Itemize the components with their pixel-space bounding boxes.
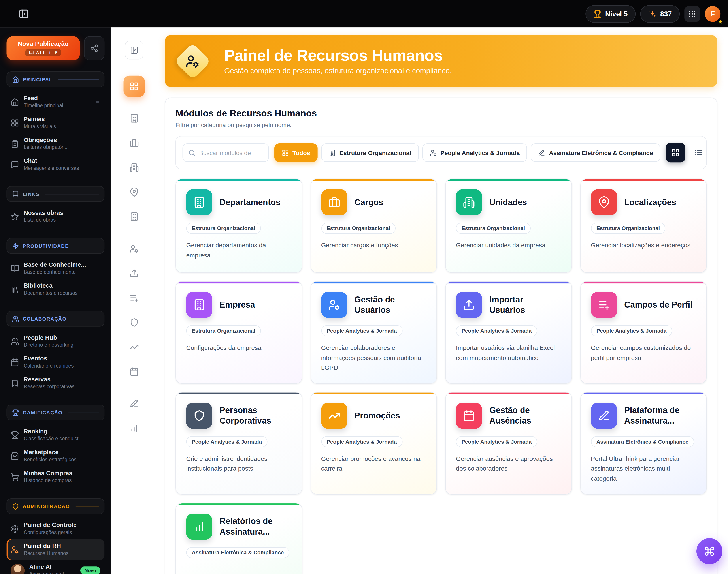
grid-icon <box>282 149 289 156</box>
sidebar-item-people-hub[interactable]: People Hub Diretório e networking <box>6 331 105 352</box>
pen-icon <box>538 149 545 156</box>
rail-item-overview[interactable] <box>123 76 145 97</box>
rail-item-empresa[interactable] <box>125 207 144 226</box>
filter-chip-people-analytics[interactable]: People Analytics & Jornada <box>422 144 527 162</box>
card-title: Unidades <box>489 197 527 207</box>
module-card-empresa[interactable]: Empresa Estrutura Organizacional Configu… <box>176 281 302 384</box>
rail-item-relatorios[interactable] <box>125 419 144 438</box>
module-card-promocoes[interactable]: Promoções People Analytics & Jornada Ger… <box>310 392 437 494</box>
quick-actions-fab[interactable] <box>696 538 723 564</box>
command-icon <box>704 545 715 557</box>
module-card-relatorios-de-assinatura[interactable]: Relatórios de Assinatura... Assinatura E… <box>176 503 302 574</box>
sidebar-item-biblioteca[interactable]: Biblioteca Documentos e recursos <box>6 279 105 300</box>
rail-item-unidades[interactable] <box>125 158 144 177</box>
item-title: Base de Conhecime... <box>24 261 86 269</box>
module-card-unidades[interactable]: Unidades Estrutura Organizacional Gerenc… <box>445 179 572 273</box>
module-card-cargos[interactable]: Cargos Estrutura Organizacional Gerencia… <box>310 179 437 273</box>
rail-item-departamentos[interactable] <box>125 109 144 127</box>
rail-item-gestao-usuarios[interactable] <box>125 239 144 258</box>
rail-item-assinatura[interactable] <box>125 395 144 413</box>
sidebar-item-aline-ai[interactable]: Aline AI Assistente Intel... Novo <box>6 560 105 574</box>
category-badge: Estrutura Organizacional <box>186 325 261 336</box>
sidebar-item-base-conhecimento[interactable]: Base de Conhecime... Base de conheciment… <box>6 258 105 279</box>
module-card-gestao-de-usuarios[interactable]: Gestão de Usuários People Analytics & Jo… <box>310 281 437 384</box>
level-badge[interactable]: Nível 5 <box>585 5 636 23</box>
topbar-right: Nível 5 837 F ★ <box>585 5 721 23</box>
shield-icon <box>129 318 139 327</box>
sidebar-item-eventos[interactable]: Eventos Calendário e reuniões <box>6 352 105 373</box>
sidebar-item-painel-de-controle[interactable]: Painel de Controle Configurações gerais <box>6 518 105 539</box>
filter-chip-estrutura-organizacional[interactable]: Estrutura Organizacional <box>321 144 419 162</box>
chat-bubble-icon <box>11 160 19 169</box>
sidebar-item-minhas-compras[interactable]: Minhas Compras Histórico de compras <box>6 466 105 487</box>
share-nodes-icon <box>90 44 99 52</box>
chip-label: Estrutura Organizacional <box>340 149 411 156</box>
rail-collapse-button[interactable] <box>125 41 144 59</box>
rail-item-importar-usuarios[interactable] <box>125 264 144 283</box>
workflow-button[interactable] <box>84 36 105 60</box>
item-title: Obrigações <box>24 136 69 144</box>
sidebar-item-painel-do-rh[interactable]: Painel do RH Recursos Humanos <box>6 539 105 560</box>
rail-item-campos-perfil[interactable] <box>125 289 144 307</box>
filter-chip-todos[interactable]: Todos <box>274 144 318 162</box>
item-title: Painel de Controle <box>24 522 77 529</box>
user-gear-icon <box>430 149 437 156</box>
sidebar-item-chat[interactable]: Chat Mensagens e conversas <box>6 154 105 175</box>
module-card-plataforma-de-assinatura[interactable]: Plataforma de Assinatura... Assinatura E… <box>580 392 706 494</box>
points-badge[interactable]: 837 <box>640 5 680 23</box>
rail-item-localizacoes[interactable] <box>125 183 144 201</box>
trending-up-icon <box>129 342 139 352</box>
section-rule <box>76 506 99 506</box>
card-description: Portal UltraThink para gerenciar assinat… <box>591 454 696 484</box>
item-title: Ranking <box>24 428 83 435</box>
sidebar-item-paineis[interactable]: Painéis Murais visuais <box>6 112 105 133</box>
icon-rail <box>111 27 157 574</box>
module-card-importar-usuarios[interactable]: Importar Usuários People Analytics & Jor… <box>445 281 572 384</box>
card-title: Relatórios de Assinatura... <box>220 516 292 537</box>
module-card-campos-de-perfil[interactable]: Campos de Perfil People Analytics & Jorn… <box>580 281 706 384</box>
section-header-colaboracao: COLABORAÇÃO <box>6 311 105 327</box>
rail-item-ausencias[interactable] <box>125 362 144 381</box>
item-subtitle: Mensagens e conversas <box>24 165 79 172</box>
building-icon <box>329 149 336 156</box>
sidebar-item-nossas-obras[interactable]: Nossas obras Lista de obras <box>6 206 105 227</box>
module-card-personas-corporativas[interactable]: Personas Corporativas People Analytics &… <box>176 392 302 494</box>
briefcase-icon <box>129 138 139 148</box>
sidebar-item-feed[interactable]: Feed Timeline principal <box>6 91 105 112</box>
rail-item-promocoes[interactable] <box>125 338 144 356</box>
sidebar-collapse-button[interactable] <box>18 9 29 19</box>
building-icon <box>186 189 212 215</box>
pen-icon <box>591 403 617 428</box>
sidebar-item-obrigacoes[interactable]: Obrigações Leituras obrigatóri... <box>6 133 105 154</box>
new-publication-shortcut: Alt + P <box>36 50 58 55</box>
section-header-administracao: ADMINISTRAÇÃO <box>6 498 105 514</box>
sidebar-item-reservas[interactable]: Reservas Reservas corporativas <box>6 373 105 394</box>
module-card-gestao-de-ausencias[interactable]: Gestão de Ausências People Analytics & J… <box>445 392 572 494</box>
item-subtitle: Assistente Intel... <box>29 571 68 574</box>
category-badge: Assinatura Eletrônica & Compliance <box>186 547 289 558</box>
building-2-icon <box>456 189 482 215</box>
card-description: Gerenciar promoções e avanços na carreir… <box>321 454 426 474</box>
list-plus-icon <box>591 292 617 318</box>
sidebar-item-ranking[interactable]: Ranking Classificação e conquist... <box>6 425 105 446</box>
hero-banner: Painel de Recursos Humanos Gestão comple… <box>165 35 717 87</box>
new-publication-button[interactable]: Nova Publicação Alt + P <box>6 36 80 60</box>
filter-chip-assinatura-compliance[interactable]: Assinatura Eletrônica & Compliance <box>531 144 660 162</box>
module-card-departamentos[interactable]: Departamentos Estrutura Organizacional G… <box>176 179 302 273</box>
item-subtitle: Calendário e reuniões <box>24 363 74 370</box>
sidebar-item-marketplace[interactable]: Marketplace Benefícios estratégicos <box>6 445 105 466</box>
grid-view-button[interactable] <box>666 143 685 162</box>
book-icon <box>12 190 19 197</box>
chip-label: Assinatura Eletrônica & Compliance <box>549 149 653 156</box>
rail-item-cargos[interactable] <box>125 134 144 152</box>
module-search-input[interactable] <box>199 149 263 156</box>
page-subtitle: Gestão completa de pessoas, estrutura or… <box>224 67 452 75</box>
category-badge: Estrutura Organizacional <box>456 223 530 234</box>
building-icon <box>129 212 139 221</box>
module-card-localizacoes[interactable]: Localizações Estrutura Organizacional Ge… <box>580 179 706 273</box>
list-view-button[interactable] <box>689 143 708 162</box>
rail-item-personas[interactable] <box>125 313 144 332</box>
modules-subheading: Filtre por categoria ou pesquise pelo no… <box>176 122 706 129</box>
apps-menu-button[interactable] <box>684 6 700 22</box>
user-avatar[interactable]: F ★ <box>705 6 721 22</box>
